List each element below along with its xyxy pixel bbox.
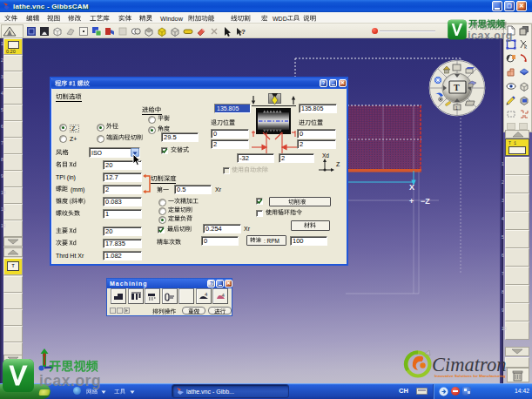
svg-text:Innovative Solutions for Manuf: Innovative Solutions for Manufacturing [434, 374, 506, 378]
svg-text:−Z: −Z [421, 197, 430, 206]
svg-text:?: ? [241, 28, 246, 36]
svg-text:+: + [409, 197, 414, 206]
svg-text:4: 4 [222, 293, 226, 298]
svg-text:k: k [524, 44, 528, 50]
svg-text:1: 1 [455, 105, 458, 111]
svg-text:Cimatron: Cimatron [432, 354, 506, 375]
svg-text:X: X [409, 183, 414, 192]
svg-text:T: T [454, 83, 460, 92]
svg-text:4: 4 [205, 292, 208, 297]
